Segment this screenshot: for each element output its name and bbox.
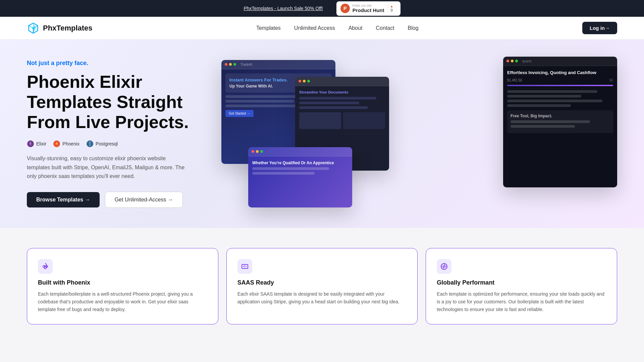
feature-title-phoenix: Built with Phoenix <box>38 279 207 286</box>
hero-title: Phoenix Elixir Templates Straight From L… <box>27 72 221 132</box>
svg-point-0 <box>32 27 34 29</box>
nav-item-contact[interactable]: Contact <box>376 25 394 31</box>
features-section: Built with Phoenix Each template/boilerp… <box>0 228 644 345</box>
hero-images: TradeAI Instant Answers For Trades. Up Y… <box>221 60 617 207</box>
logo-area[interactable]: PhxTemplates <box>27 22 93 35</box>
phoenix-icon <box>53 140 60 147</box>
phoenix-feature-icon <box>38 259 53 274</box>
browse-templates-button[interactable]: Browse Templates → <box>27 192 100 207</box>
mockup-container: TradeAI Instant Answers For Trades. Up Y… <box>221 60 617 207</box>
tech-badge-elixir: Elixir <box>27 140 46 147</box>
elixir-label: Elixir <box>36 141 46 146</box>
feature-card-global: Globally Performant Each template is opt… <box>426 248 617 324</box>
logo-icon <box>27 22 40 35</box>
saas-feature-icon <box>237 259 252 274</box>
hero-tagline: Not just a pretty face. <box>27 60 221 67</box>
svg-point-5 <box>89 142 91 143</box>
tech-badges: Elixir Phoenix Postgresql <box>27 140 221 147</box>
feature-title-global: Globally Performant <box>437 279 606 286</box>
mockup-card-bottom: Whether You're Qualified Or An Apprentic… <box>248 147 352 207</box>
ph-votes-badge: ▲ 9 <box>387 3 396 14</box>
phoenix-label: Phoenix <box>62 141 79 146</box>
ph-votes-count: 9 <box>390 8 393 13</box>
tech-badge-postgresql: Postgresql <box>86 140 118 147</box>
feature-card-saas: SAAS Ready Each elixir SAAS template is … <box>226 248 418 324</box>
nav-item-about[interactable]: About <box>348 25 363 31</box>
postgresql-label: Postgresql <box>96 141 118 146</box>
tech-badge-phoenix: Phoenix <box>53 140 79 147</box>
feature-desc-global: Each template is optimized for performan… <box>437 290 606 313</box>
ph-find-us-text: FIND US ON <box>353 4 384 7</box>
postgresql-icon <box>86 140 94 147</box>
global-feature-icon <box>437 259 451 274</box>
nav-item-unlimited[interactable]: Unlimited Access <box>294 25 335 31</box>
product-hunt-badge[interactable]: P FIND US ON Product Hunt ▲ 9 <box>336 1 400 16</box>
nav-item-templates[interactable]: Templates <box>256 25 281 31</box>
navbar: PhxTemplates Templates Unlimited Access … <box>0 17 644 40</box>
feature-desc-saas: Each elixir SAAS template is designed to… <box>237 290 407 306</box>
unlimited-access-button[interactable]: Get Unlimited-Access → <box>105 192 183 208</box>
hero-section: Not just a pretty face. Phoenix Elixir T… <box>0 40 644 228</box>
nav-links: Templates Unlimited Access About Contact… <box>256 25 419 31</box>
feature-title-saas: SAAS Ready <box>237 279 407 286</box>
logo-text: PhxTemplates <box>43 24 93 33</box>
hero-description: Visually-stunning, easy to customize eli… <box>27 154 188 181</box>
banner-sale-link[interactable]: PhxTemplates - Launch Sale 50% Off! <box>244 6 323 11</box>
svg-point-2 <box>29 142 31 144</box>
mockup-card-right: quartz. Effortless Invoicing, Quoting an… <box>503 57 617 187</box>
top-banner: PhxTemplates - Launch Sale 50% Off! P FI… <box>0 0 644 17</box>
ph-name-text: Product Hunt <box>353 7 384 13</box>
elixir-icon <box>27 140 34 147</box>
ph-logo-icon: P <box>340 4 350 13</box>
feature-desc-phoenix: Each template/boilerplate is a well-stru… <box>38 290 207 313</box>
login-button[interactable]: Log in→ <box>582 22 617 34</box>
nav-item-blog[interactable]: Blog <box>408 25 419 31</box>
feature-card-phoenix: Built with Phoenix Each template/boilerp… <box>27 248 218 324</box>
hero-content: Not just a pretty face. Phoenix Elixir T… <box>27 60 221 208</box>
ph-text-group: FIND US ON Product Hunt <box>353 4 384 13</box>
hero-buttons: Browse Templates → Get Unlimited-Access … <box>27 192 221 208</box>
ph-upvote-arrow: ▲ <box>390 4 393 8</box>
features-grid: Built with Phoenix Each template/boilerp… <box>27 248 617 324</box>
